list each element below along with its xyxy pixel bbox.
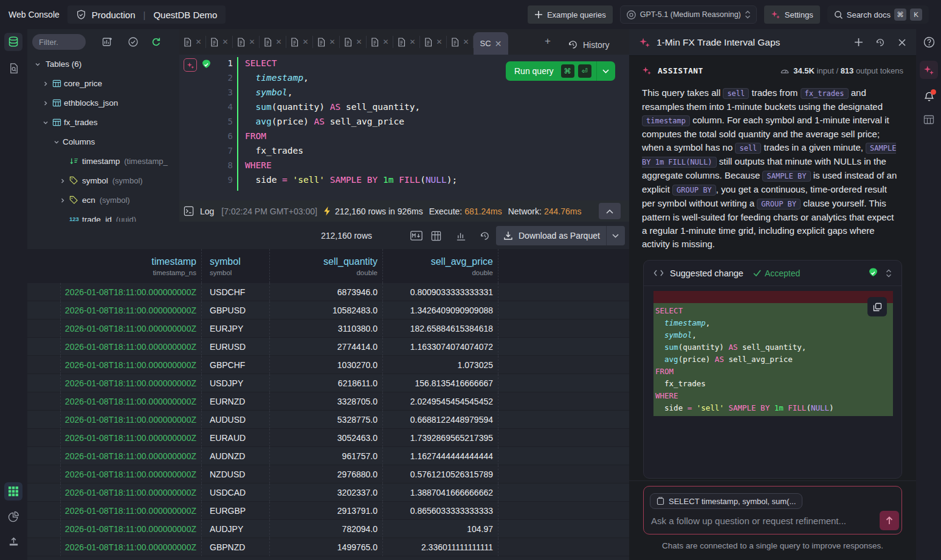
cell-sell-avg-price: 156.8135416666667 (383, 374, 498, 392)
example-queries-button[interactable]: Example queries (528, 5, 613, 24)
close-tab-icon[interactable]: ✕ (195, 38, 201, 46)
markdown-button[interactable] (410, 230, 422, 242)
model-selector[interactable]: GPT-5.1 (Medium Reasoning) (620, 5, 757, 24)
table-row[interactable]: 2026-01-08T18:11:00.000000000ZUSDCHF6873… (27, 283, 629, 301)
cell-symbol: EURJPY (202, 319, 270, 338)
column-trade-id[interactable]: 123trade_id(uuid) (27, 210, 179, 222)
assistant-message: This query takes all sell trades from fx… (642, 86, 898, 251)
sql-editor[interactable]: 123456789 SELECT timestamp, symbol, sum(… (179, 55, 629, 200)
editor-tab[interactable]: ✕ (393, 29, 420, 55)
editor-tab[interactable]: ✕ (286, 29, 313, 55)
ai-assistant-button[interactable] (920, 61, 938, 79)
editor-tab[interactable]: ✕ (260, 29, 286, 55)
sql-code[interactable]: SELECT timestamp, symbol, sum(quantity) … (245, 56, 457, 187)
editor-tab[interactable]: ✕ (179, 29, 206, 55)
close-tab-icon[interactable]: ✕ (382, 38, 388, 46)
tables-root[interactable]: Tables (6) (27, 55, 179, 74)
copy-code-button[interactable] (867, 297, 887, 316)
table-row[interactable]: 2026-01-08T18:11:00.000000000ZAUDNZD9617… (27, 447, 629, 465)
table-row[interactable]: 2026-01-08T18:11:00.000000000ZEURJPY3110… (27, 319, 629, 338)
run-options-dropdown[interactable] (597, 69, 615, 73)
editor-tab[interactable]: ✕ (206, 29, 233, 55)
chat-input-box[interactable]: SELECT timestamp, symbol, sum(... Ask a … (643, 486, 902, 534)
environment-badge[interactable]: Production | QuestDB Demo (67, 5, 226, 24)
query-log-nav-button[interactable] (4, 59, 22, 77)
close-tab-icon[interactable]: ✕ (302, 38, 308, 46)
new-chat-button[interactable] (849, 33, 867, 52)
history-button[interactable]: History (568, 39, 610, 50)
table-row[interactable]: 2026-01-08T18:11:00.000000000ZNZDUSD2976… (27, 465, 629, 483)
freeze-columns-button[interactable] (430, 230, 442, 242)
close-tab-icon[interactable]: ✕ (463, 38, 469, 46)
table-row[interactable]: 2026-01-08T18:11:00.000000000ZGBPCHF1030… (27, 356, 629, 374)
column-ecn[interactable]: ecn(symbol) (27, 191, 179, 210)
send-button[interactable] (880, 511, 899, 530)
table-row[interactable]: 2026-01-08T18:11:00.000000000ZEURNZD3328… (27, 392, 629, 411)
table-ethblocks-json[interactable]: ethblocks_json (27, 94, 179, 113)
collapse-log-button[interactable] (599, 203, 621, 219)
close-tab-icon[interactable]: ✕ (275, 38, 281, 46)
result-grid-button[interactable] (920, 111, 938, 129)
import-button[interactable] (4, 532, 22, 550)
close-tab-icon[interactable]: ✕ (436, 38, 442, 46)
table-row[interactable]: 2026-01-08T18:11:00.000000000ZAUDJPY7820… (27, 520, 629, 538)
add-chart-button[interactable] (102, 36, 114, 48)
validate-button[interactable] (127, 36, 139, 48)
columns-group[interactable]: Columns (27, 132, 179, 152)
table-row[interactable]: 2026-01-08T18:11:00.000000000ZEURAUD3052… (27, 429, 629, 447)
tables-nav-button[interactable] (4, 33, 22, 51)
column-header-sell-avg-price[interactable]: sell_avg_price double (383, 249, 498, 283)
search-docs[interactable]: Search docs ⌘ K (827, 5, 929, 24)
table-core-price[interactable]: core_price (27, 74, 179, 94)
column-header-timestamp[interactable]: timestamp timestamp_ns (61, 249, 202, 283)
table-fx-trades[interactable]: fx_trades (27, 113, 179, 132)
chart-view-button[interactable] (4, 507, 22, 525)
chevron-right-icon (60, 197, 66, 203)
column-timestamp[interactable]: timestamp(timestamp_ (27, 152, 179, 171)
editor-tab[interactable]: ✕ (420, 29, 447, 55)
table-row[interactable]: 2026-01-08T18:11:00.000000000ZEURUSD2774… (27, 338, 629, 356)
cell-sell-avg-price: 1.3887041666666662 (383, 483, 498, 502)
paste-icon (657, 497, 664, 505)
chart-button[interactable] (455, 230, 467, 242)
editor-tab[interactable]: ✕ (313, 29, 340, 55)
refresh-tables-button[interactable] (150, 36, 162, 48)
filter-input[interactable]: Filter. (32, 34, 86, 50)
close-tab-icon[interactable]: ✕ (249, 38, 255, 46)
close-tab-icon[interactable]: ✕ (409, 38, 415, 46)
expand-icon[interactable] (886, 268, 892, 278)
table-row[interactable]: 2026-01-08T18:11:00.000000000ZEURGBP2913… (27, 502, 629, 520)
column-header-symbol[interactable]: symbol symbol (202, 249, 270, 283)
editor-tab[interactable]: ✕ (367, 29, 393, 55)
help-button[interactable] (920, 33, 938, 51)
table-row[interactable]: 2026-01-08T18:11:00.000000000ZAUDUSD5328… (27, 411, 629, 429)
close-tab-icon[interactable]: ✕ (329, 38, 335, 46)
query-context-chip[interactable]: SELECT timestamp, symbol, sum(... (650, 493, 802, 509)
download-parquet-button[interactable]: Download as Parquet (496, 226, 625, 245)
grid-view-button[interactable] (4, 482, 22, 500)
chevron-down-icon[interactable] (612, 234, 619, 238)
new-tab-button[interactable]: + (545, 35, 551, 47)
table-row[interactable]: 2026-01-08T18:11:00.000000000ZGBPNZD1499… (27, 538, 629, 556)
notifications-button[interactable] (920, 87, 938, 106)
cell-symbol: USDJPY (202, 374, 270, 392)
table-row[interactable]: 2026-01-08T18:11:00.000000000ZUSDJPY6218… (27, 374, 629, 392)
column-symbol[interactable]: symbol(symbol) (27, 171, 179, 191)
file-icon (424, 38, 432, 47)
editor-tab[interactable]: ✕ (340, 29, 367, 55)
column-header-sell-quantity[interactable]: sell_quantity double (270, 249, 383, 283)
cell-timestamp: 2026-01-08T18:11:00.000000000Z (61, 338, 202, 356)
close-chat-button[interactable] (893, 33, 911, 52)
active-tab[interactable]: SC✕ (474, 32, 508, 55)
settings-button[interactable]: Settings (764, 5, 820, 24)
rerun-button[interactable] (478, 230, 491, 242)
close-tab-icon[interactable]: ✕ (356, 38, 362, 46)
run-query-button[interactable]: Run query ⌘ ⏎ (506, 61, 615, 81)
close-tab-icon[interactable]: ✕ (222, 38, 228, 46)
editor-tab[interactable]: ✕ (233, 29, 260, 55)
table-row[interactable]: 2026-01-08T18:11:00.000000000ZUSDCAD3202… (27, 483, 629, 502)
chat-history-button[interactable] (871, 33, 889, 52)
editor-tab[interactable]: ✕ (447, 29, 474, 55)
table-row[interactable]: 2026-01-08T18:11:00.000000000ZGBPUSD1058… (27, 301, 629, 319)
close-tab-icon[interactable]: ✕ (495, 39, 502, 49)
